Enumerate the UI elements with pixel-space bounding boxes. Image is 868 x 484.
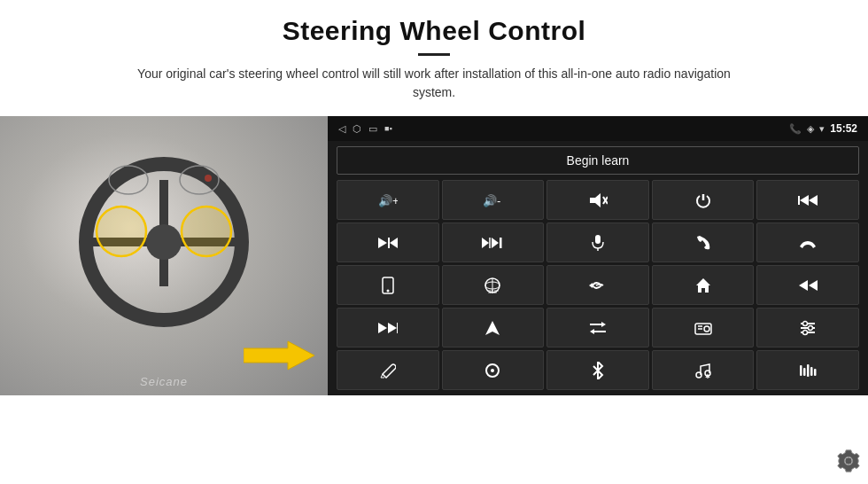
svg-rect-62 — [800, 365, 802, 376]
svg-point-53 — [809, 325, 813, 330]
home-nav-button[interactable] — [652, 265, 755, 305]
svg-marker-35 — [799, 280, 808, 291]
svg-marker-42 — [601, 322, 606, 327]
status-right-icons: 📞 ◈ ▾ 15:52 — [789, 122, 857, 135]
vol-up-button[interactable]: 🔊+ — [337, 180, 439, 220]
rewind-button[interactable] — [756, 265, 859, 305]
sd-icon: ■▪ — [384, 124, 392, 133]
svg-marker-44 — [590, 329, 594, 334]
gear-icon — [836, 449, 861, 473]
phone-hang-button[interactable] — [756, 222, 859, 262]
recents-icon: ▭ — [368, 123, 377, 135]
svg-point-52 — [803, 321, 808, 325]
bluetooth-button[interactable] — [546, 350, 649, 390]
signal-icon: ▾ — [819, 123, 825, 135]
phone2-button[interactable] — [337, 265, 439, 305]
settings-corner[interactable] — [836, 449, 861, 477]
svg-marker-17 — [378, 238, 387, 248]
music-note-button[interactable]: ✱ — [652, 350, 755, 390]
car-image: Seicane — [0, 116, 328, 395]
yellow-arrow — [244, 338, 314, 373]
svg-rect-18 — [388, 238, 390, 248]
svg-point-4 — [97, 207, 146, 256]
svg-rect-14 — [798, 196, 800, 205]
content-area: Seicane ◁ ⬡ ▭ ■▪ 📞 ◈ ▾ 15:52 — [0, 116, 868, 484]
settings-adjust-button[interactable] — [756, 308, 859, 347]
back-icon: ◁ — [338, 123, 345, 135]
svg-marker-20 — [482, 238, 489, 248]
svg-marker-32 — [589, 283, 593, 288]
svg-text:360°: 360° — [488, 289, 500, 294]
svg-rect-66 — [814, 369, 817, 376]
wifi-icon: ◈ — [807, 123, 814, 135]
power-button[interactable] — [652, 180, 755, 220]
svg-rect-23 — [500, 238, 502, 248]
skip-button[interactable] — [442, 222, 545, 262]
svg-point-54 — [803, 330, 808, 334]
svg-marker-40 — [485, 321, 500, 335]
svg-marker-33 — [696, 278, 710, 293]
svg-rect-65 — [810, 367, 813, 376]
svg-point-8 — [205, 175, 212, 182]
svg-point-58 — [491, 369, 494, 372]
home-circle-icon: ⬡ — [353, 123, 361, 135]
android-panel: ◁ ⬡ ▭ ■▪ 📞 ◈ ▾ 15:52 Begin learn — [328, 116, 868, 395]
svg-text:✱: ✱ — [705, 373, 710, 379]
steering-wheel-svg — [75, 153, 252, 331]
circle-button[interactable] — [442, 350, 545, 390]
page-title: Steering Wheel Control — [124, 16, 744, 46]
svg-marker-37 — [378, 323, 387, 333]
status-left-icons: ◁ ⬡ ▭ ■▪ — [338, 123, 392, 135]
radio-button[interactable] — [652, 308, 755, 347]
svg-point-46 — [704, 326, 709, 332]
phone-signal-icon: 📞 — [789, 123, 802, 135]
phone-answer-button[interactable] — [652, 222, 755, 262]
svg-rect-24 — [595, 235, 601, 244]
back-nav-button[interactable] — [546, 265, 649, 305]
mic-button[interactable] — [546, 222, 649, 262]
svg-rect-63 — [803, 368, 806, 376]
svg-text:🔊-: 🔊- — [483, 193, 500, 208]
prev-hold-button[interactable] — [756, 180, 859, 220]
control-grid: 🔊+ 🔊- — [328, 180, 868, 395]
svg-rect-64 — [807, 364, 810, 377]
watermark: Seicane — [140, 375, 188, 388]
status-bar: ◁ ⬡ ▭ ■▪ 📞 ◈ ▾ 15:52 — [328, 116, 868, 141]
clock: 15:52 — [830, 122, 857, 135]
svg-marker-34 — [809, 280, 818, 291]
equalizer-button[interactable] — [756, 350, 859, 390]
svg-line-55 — [381, 374, 383, 378]
swap-button[interactable] — [546, 308, 649, 347]
svg-point-27 — [386, 289, 389, 292]
fast-forward-button[interactable] — [337, 308, 439, 347]
begin-learn-button[interactable]: Begin learn — [337, 146, 859, 175]
edit-button[interactable] — [337, 350, 439, 390]
360-view-button[interactable]: 360° — [442, 265, 545, 305]
vol-down-button[interactable]: 🔊- — [442, 180, 545, 220]
svg-point-5 — [182, 207, 231, 256]
next-button[interactable] — [337, 222, 439, 262]
svg-marker-19 — [390, 238, 398, 248]
navigate-button[interactable] — [442, 308, 545, 347]
svg-point-3 — [146, 224, 182, 260]
page: Steering Wheel Control Your original car… — [0, 0, 868, 484]
begin-learn-row: Begin learn — [328, 141, 868, 180]
svg-marker-16 — [809, 195, 818, 206]
svg-marker-11 — [590, 193, 601, 207]
header-divider — [418, 53, 450, 56]
svg-marker-22 — [492, 238, 499, 248]
svg-text:🔊+: 🔊+ — [378, 193, 398, 208]
header-section: Steering Wheel Control Your original car… — [124, 0, 744, 107]
header-description: Your original car's steering wheel contr… — [124, 65, 744, 102]
svg-rect-39 — [397, 323, 398, 333]
svg-marker-15 — [800, 195, 809, 206]
mute-button[interactable] — [546, 180, 649, 220]
svg-marker-38 — [388, 323, 397, 333]
